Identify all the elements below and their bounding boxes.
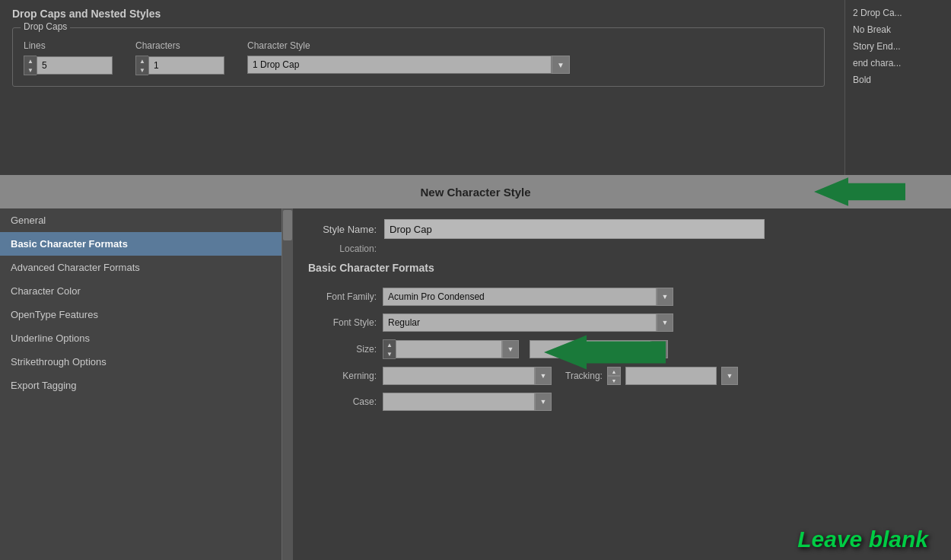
characters-spinner[interactable]: ▲ ▼ [135,56,224,75]
main-area: General Basic Character Formats Advanced… [0,208,951,560]
sidebar-scroll-thumb [283,210,292,240]
size-down-arrow[interactable]: ▼ [383,349,396,358]
location-row: Location: [308,243,936,254]
lines-down-arrow[interactable]: ▼ [24,65,37,75]
location-label: Location: [308,243,377,254]
tracking-down-btn[interactable]: ▼ [607,376,621,385]
basic-char-formats-title: Basic Character Formats [308,262,936,277]
lines-label: Lines [24,40,113,51]
character-style-dropdown-btn[interactable]: ▼ [552,56,570,74]
characters-label: Characters [135,40,224,51]
size-dropdown-btn[interactable]: ▼ [502,340,519,358]
top-section: Drop Caps and Nested Styles 2 Drop Ca...… [0,0,951,175]
sidebar-right-item-2: No Break [853,23,943,37]
svg-marker-1 [814,177,905,206]
size-spinner-arrows: ▲ ▼ [383,339,396,359]
sidebar-right-item-1: 2 Drop Ca... [853,6,943,20]
characters-spinner-arrows: ▲ ▼ [135,56,148,75]
right-panel: Style Name: Location: Basic Character Fo… [293,208,951,560]
case-label: Case: [308,396,377,407]
size-row: Size: ▲ ▼ ▼ ▼ [308,339,936,359]
style-name-row: Style Name: [308,219,936,239]
font-style-select[interactable]: ▼ [383,313,673,332]
font-family-row: Font Family: ▼ [308,288,936,306]
character-style-input[interactable] [247,56,552,74]
font-family-input[interactable] [383,288,657,306]
case-dropdown-btn[interactable]: ▼ [535,393,552,411]
character-style-label: Character Style [247,40,570,51]
font-style-label: Font Style: [308,317,377,328]
kerning-select[interactable]: ▼ [383,367,552,385]
font-style-dropdown-btn[interactable]: ▼ [657,313,673,332]
sidebar-item-advanced-character-formats[interactable]: Advanced Character Formats [0,256,292,279]
new-char-style-arrow [814,177,905,207]
characters-field-group: Characters ▲ ▼ [135,40,224,75]
svg-marker-2 [544,336,666,370]
sidebar-scrollbar[interactable] [281,208,292,560]
sidebar-item-opentype-features[interactable]: OpenType Features [0,303,292,326]
case-select[interactable]: ▼ [383,393,552,411]
leave-blank-annotation: Leave blank [797,527,928,552]
size-input-group[interactable]: ▲ ▼ ▼ [383,339,519,359]
drop-caps-row: Lines ▲ ▼ Characters ▲ ▼ [24,40,813,75]
size-label: Size: [308,344,377,355]
sidebar-item-strikethrough-options[interactable]: Strikethrough Options [0,350,292,374]
lines-up-arrow[interactable]: ▲ [24,56,37,65]
sidebar-item-export-tagging[interactable]: Export Tagging [0,374,292,397]
font-family-dropdown-btn[interactable]: ▼ [657,288,673,306]
sidebar-item-underline-options[interactable]: Underline Options [0,326,292,350]
style-name-input[interactable] [384,219,765,239]
font-family-label: Font Family: [308,291,377,302]
lines-spinner-arrows: ▲ ▼ [24,56,37,75]
size-up-arrow[interactable]: ▲ [383,340,396,349]
characters-up-arrow[interactable]: ▲ [136,56,148,65]
kerning-label: Kerning: [308,371,377,381]
drop-caps-legend: Drop Caps [21,21,70,32]
dialog-title: Drop Caps and Nested Styles [12,8,939,20]
sidebar-item-basic-character-formats[interactable]: Basic Character Formats [0,232,292,256]
size-input[interactable] [396,340,502,358]
kerning-input[interactable] [383,367,535,385]
tracking-label: Tracking: [565,371,603,381]
size-arrow [544,333,666,371]
font-style-row: Font Style: ▼ [308,313,936,332]
drop-caps-group: Drop Caps Lines ▲ ▼ Characters ▲ [12,27,825,87]
lines-input[interactable] [37,56,113,75]
tracking-dropdown-btn[interactable]: ▼ [721,367,738,385]
font-style-input[interactable] [383,313,657,332]
new-character-style-label: New Character Style [420,186,530,199]
character-style-field-group: Character Style ▼ [247,40,570,74]
left-sidebar: General Basic Character Formats Advanced… [0,208,293,560]
sidebar-item-general[interactable]: General [0,208,292,232]
right-sidebar-panel: 2 Drop Ca... No Break Story End... end c… [844,0,951,175]
characters-down-arrow[interactable]: ▼ [136,65,148,75]
new-character-style-bar[interactable]: New Character Style [0,175,951,208]
character-style-select[interactable]: ▼ [247,56,570,74]
lines-spinner[interactable]: ▲ ▼ [24,56,113,75]
sidebar-right-item-5: Bold [853,73,943,87]
font-family-select[interactable]: ▼ [383,288,673,306]
sidebar-right-item-3: Story End... [853,40,943,53]
case-input[interactable] [383,393,535,411]
characters-input[interactable] [148,56,224,75]
case-row: Case: ▼ [308,393,936,411]
lines-field-group: Lines ▲ ▼ [24,40,113,75]
sidebar-item-character-color[interactable]: Character Color [0,279,292,303]
style-name-label: Style Name: [308,224,377,235]
sidebar-right-item-4: end chara... [853,56,943,70]
